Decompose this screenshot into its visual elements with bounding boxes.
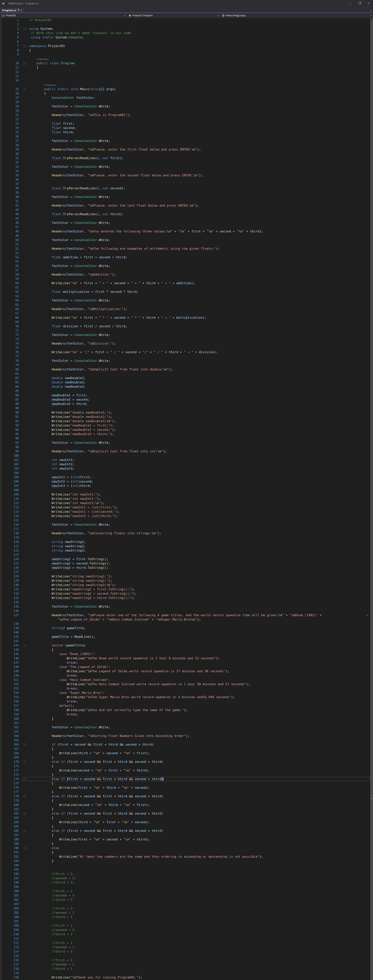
code-line[interactable]: 124 newString1 = first.ToString(); bbox=[2, 557, 370, 562]
code-editor[interactable]: 1// Project0123−using System;4 // With t… bbox=[0, 18, 373, 980]
code-line[interactable]: 137 Headers(fontColor, "\nPlease enter o… bbox=[2, 613, 370, 617]
code-line[interactable]: 129 WriteLine("string newString2;"); bbox=[2, 579, 370, 583]
code-line[interactable]: 75 bbox=[2, 346, 370, 350]
code-line[interactable]: 85 bbox=[2, 389, 370, 393]
code-line[interactable]: 181 } bbox=[2, 807, 370, 811]
code-line[interactable]: 69 bbox=[2, 320, 370, 324]
code-line[interactable]: 127 bbox=[2, 570, 370, 574]
code-line[interactable]: 205 //second = 1 bbox=[2, 911, 370, 915]
code-line[interactable]: 73 bbox=[2, 337, 370, 341]
code-line[interactable]: 180 WriteLine(second + "\n" + third + "\… bbox=[2, 803, 370, 807]
code-line[interactable]: 155 WriteLine("\nThe Super Mario Bros wo… bbox=[2, 695, 370, 699]
code-line[interactable]: 34 bbox=[2, 169, 370, 173]
code-line[interactable]: 114 WriteLine("newInt3 = (int)third;"); bbox=[2, 514, 370, 518]
code-line[interactable]: 96 bbox=[2, 436, 370, 441]
code-line[interactable]: 5 using static System.Console; bbox=[2, 35, 370, 40]
code-line[interactable]: 50 fontColor = ConsoleColor.White; bbox=[2, 238, 370, 242]
code-line[interactable]: 28 bbox=[2, 143, 370, 147]
code-line[interactable]: 3−using System; bbox=[2, 27, 370, 31]
code-line[interactable]: 94 WriteLine("newDouble2 = second;"); bbox=[2, 428, 370, 432]
code-line[interactable]: 154 case "Super_Mario_Bros": bbox=[2, 691, 370, 695]
code-line[interactable]: 102 int newInt2; bbox=[2, 462, 370, 466]
code-line[interactable]: 15− public static void Main(string[] arg… bbox=[2, 87, 370, 91]
code-line[interactable]: 128 WriteLine("string newString1;"); bbox=[2, 574, 370, 579]
code-line[interactable]: 153 break; bbox=[2, 686, 370, 691]
fold-toggle-icon[interactable]: − bbox=[24, 760, 26, 763]
code-line[interactable]: 79 bbox=[2, 363, 370, 367]
code-line[interactable]: 59 bbox=[2, 277, 370, 281]
code-line[interactable]: 54 float addition = first + second + thi… bbox=[2, 255, 370, 259]
code-line[interactable]: 192 WriteLine("At least two numbers are … bbox=[2, 854, 370, 859]
code-line[interactable]: 118 Headers(fontColor, "\nConverting flo… bbox=[2, 531, 370, 536]
code-line[interactable]: 136 bbox=[2, 609, 370, 613]
code-line[interactable]: 105 newInt1 = (int)first; bbox=[2, 475, 370, 479]
code-line[interactable]: 211 bbox=[2, 937, 370, 941]
code-line[interactable]: 67 bbox=[2, 311, 370, 315]
code-line[interactable]: 6 bbox=[2, 40, 370, 44]
code-line[interactable]: 198 //third = 3; bbox=[2, 880, 370, 885]
code-line[interactable]: 100 bbox=[2, 453, 370, 458]
code-line[interactable]: 60 WriteLine("\n" + first + " + " + seco… bbox=[2, 281, 370, 285]
code-line[interactable]: 175 { bbox=[2, 781, 370, 786]
code-line[interactable]: 208 //first = 1 bbox=[2, 924, 370, 928]
code-line[interactable]: 65 bbox=[2, 302, 370, 307]
code-line[interactable]: 219 bbox=[2, 971, 370, 975]
code-line[interactable]: 165 bbox=[2, 738, 370, 743]
code-line[interactable]: 32 bbox=[2, 160, 370, 165]
code-line[interactable]: 61 bbox=[2, 285, 370, 290]
code-line[interactable]: 212 //first = 2 bbox=[2, 941, 370, 945]
code-line[interactable]: 72 fontColor = ConsoleColor.White; bbox=[2, 333, 370, 337]
code-line[interactable]: 62 float multiplication = first * second… bbox=[2, 290, 370, 294]
tab-program-cs[interactable]: Program.cs × bbox=[0, 8, 24, 13]
code-line[interactable]: 108 bbox=[2, 488, 370, 492]
project-dropdown[interactable]: C# Project01 ▾ bbox=[0, 13, 127, 18]
code-line[interactable]: 173 } bbox=[2, 773, 370, 777]
code-line[interactable]: 107 newInt3 = (int)third; bbox=[2, 484, 370, 488]
code-line[interactable]: 179 { bbox=[2, 799, 370, 803]
code-line[interactable]: 104 bbox=[2, 471, 370, 475]
code-line[interactable]: 158 WriteLine("\nYou did not correctly t… bbox=[2, 708, 370, 712]
scrollbar-thumb[interactable] bbox=[370, 21, 373, 980]
code-line[interactable]: 87 newDouble2 = second; bbox=[2, 398, 370, 402]
code-line[interactable]: 82 double newDouble1; bbox=[2, 376, 370, 380]
code-line[interactable]: 168 WriteLine(third + "\n" + second + "\… bbox=[2, 751, 370, 756]
code-line[interactable]: 42 Headers(fontColor, "\nPlease, enter t… bbox=[2, 204, 370, 208]
code-line[interactable]: 147 break; bbox=[2, 660, 370, 665]
code-line[interactable]: 146 WriteLine("\nThe Doom world record s… bbox=[2, 656, 370, 660]
code-line[interactable]: 188 WriteLine(first + "\n" + second + "\… bbox=[2, 837, 370, 842]
code-line[interactable]: 162 fontColor = ConsoleColor.White; bbox=[2, 725, 370, 730]
fold-toggle-icon[interactable]: − bbox=[24, 778, 26, 781]
code-line[interactable]: 10− public class Program bbox=[2, 61, 370, 65]
scroll-up-icon[interactable]: ▴ bbox=[370, 18, 373, 21]
code-line[interactable]: 160 } bbox=[2, 717, 370, 721]
code-line[interactable]: 120 string newString1; bbox=[2, 540, 370, 544]
code-line[interactable]: 7−namespace Project01 bbox=[2, 44, 370, 48]
code-line[interactable]: 115 bbox=[2, 518, 370, 523]
code-line[interactable]: 25 float third; bbox=[2, 130, 370, 134]
tab-overflow-chevron-icon[interactable]: ▾ bbox=[370, 10, 373, 13]
close-button[interactable]: × bbox=[364, 0, 373, 7]
code-line[interactable]: 103 int newInt3; bbox=[2, 466, 370, 471]
code-line[interactable]: 37 bbox=[2, 182, 370, 186]
breakpoint-margin[interactable] bbox=[0, 18, 2, 980]
restore-button[interactable] bbox=[355, 0, 364, 7]
code-line[interactable]: 157 default: bbox=[2, 704, 370, 708]
code-line[interactable]: 202 //third = 1 bbox=[2, 898, 370, 902]
code-line[interactable]: 184 WriteLine(third + "\n" + first + "\n… bbox=[2, 820, 370, 824]
code-line[interactable]: 93 WriteLine("newDouble1 = first;"); bbox=[2, 423, 370, 428]
code-line[interactable]: 29 Headers(fontColor, "\nPlease, enter t… bbox=[2, 147, 370, 152]
code-line[interactable]: 210 //third = 2 bbox=[2, 932, 370, 937]
code-line[interactable]: 38 float.TryParse(ReadLine(), out second… bbox=[2, 186, 370, 191]
code-line[interactable]: 149 WriteLine("\nThe Legend of Zelda wor… bbox=[2, 669, 370, 673]
code-line[interactable]: 71 bbox=[2, 328, 370, 333]
code-line[interactable]: 163 bbox=[2, 730, 370, 734]
code-line[interactable]: 117 bbox=[2, 527, 370, 531]
code-line[interactable]: 36 bbox=[2, 178, 370, 182]
pin-icon[interactable] bbox=[18, 8, 19, 12]
code-line[interactable]: 20 bbox=[2, 108, 370, 113]
code-line[interactable]: 148 case "The_Legend_of_Zelda": bbox=[2, 665, 370, 669]
code-line[interactable]: 101 int newInt1; bbox=[2, 458, 370, 462]
code-line[interactable]: 123 bbox=[2, 553, 370, 557]
code-line[interactable]: 203 bbox=[2, 902, 370, 906]
code-line[interactable]: 215 bbox=[2, 954, 370, 958]
